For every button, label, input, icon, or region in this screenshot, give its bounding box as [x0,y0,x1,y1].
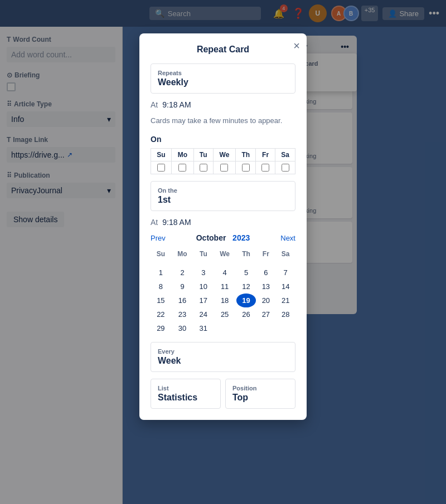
calendar-day [236,321,256,335]
calendar-day[interactable]: 24 [193,307,213,321]
calendar-day[interactable]: 28 [275,307,295,321]
checkbox-fr[interactable] [261,164,269,172]
calendar-day [275,321,295,335]
modal-close-button[interactable]: × [293,40,300,51]
calendar-day[interactable]: 17 [193,293,213,307]
cal-mo: Mo [171,248,194,260]
list-value: Statistics [158,393,214,403]
on-label: On [151,135,295,144]
checkbox-we[interactable] [220,164,228,172]
calendar-day[interactable]: 25 [213,307,236,321]
calendar-day[interactable]: 4 [213,266,236,280]
at-label: At [151,100,158,109]
calendar-day[interactable]: 15 [151,293,171,307]
cal-sa: Sa [275,248,295,260]
at-time-row-2: At 9:18 AM [151,218,295,227]
calendar-month-year: October 2023 [196,233,250,242]
calendar-day[interactable]: 16 [171,293,194,307]
calendar-day[interactable]: 10 [193,280,213,293]
calendar-year: 2023 [232,233,250,242]
checkbox-th[interactable] [242,164,250,172]
calendar-day [275,260,295,266]
list-label: List [158,385,214,392]
at-time[interactable]: 9:18 AM [162,100,191,109]
cal-th: Th [236,248,256,260]
calendar-day [213,321,236,335]
calendar-day[interactable]: 6 [256,266,275,280]
calendar-day[interactable]: 12 [236,280,256,293]
cal-we: We [213,248,236,260]
dow-mo: Mo [171,149,193,162]
position-section[interactable]: Position Top [225,379,295,409]
calendar-day[interactable]: 18 [213,293,236,307]
calendar-day[interactable]: 26 [236,307,256,321]
calendar-table: Su Mo Tu We Th Fr Sa 1234567891011121314… [151,248,295,335]
on-the-value: 1st [158,195,288,205]
calendar-day[interactable]: 8 [151,280,171,293]
modal-note: Cards may take a few minutes to appear. [151,116,295,126]
calendar-day[interactable]: 1 [151,266,171,280]
calendar-day[interactable]: 7 [275,266,295,280]
repeats-value: Weekly [158,77,288,87]
calendar-nav: Prev October 2023 Next [151,233,295,242]
calendar-day[interactable]: 22 [151,307,171,321]
dow-th: Th [236,149,256,162]
calendar-day [236,260,256,266]
dow-su: Su [151,149,172,162]
at-time-row: At 9:18 AM [151,100,295,109]
calendar-month: October [196,233,226,242]
calendar-day[interactable]: 21 [275,293,295,307]
repeats-label: Repeats [158,70,288,76]
calendar-day[interactable]: 29 [151,321,171,335]
calendar-day[interactable]: 27 [256,307,275,321]
checkbox-mo[interactable] [178,164,186,172]
calendar-day[interactable]: 23 [171,307,194,321]
cal-fr: Fr [256,248,275,260]
position-value: Top [232,393,288,403]
calendar-day[interactable]: 19 [236,293,256,307]
modal-title: Repeat Card [151,45,295,55]
bottom-sections: List Statistics Position Top [151,379,295,409]
calendar-day [193,260,213,266]
calendar-day [256,321,275,335]
position-label: Position [232,385,288,392]
calendar-day [151,260,171,266]
calendar-day[interactable]: 13 [256,280,275,293]
calendar-day[interactable]: 14 [275,280,295,293]
day-of-week-table: Su Mo Tu We Th Fr Sa [151,148,295,174]
dow-tu: Tu [193,149,213,162]
calendar-day[interactable]: 3 [193,266,213,280]
cal-tu: Tu [193,248,213,260]
modal-overlay: Repeat Card × Repeats Weekly At 9:18 AM … [0,0,446,504]
calendar-day[interactable]: 30 [171,321,194,335]
every-section[interactable]: Every Week [151,342,295,372]
checkbox-sa[interactable] [282,164,289,172]
calendar-day[interactable]: 9 [171,280,194,293]
calendar-day [171,260,194,266]
at2-label: At [151,218,158,227]
every-value: Week [158,356,288,366]
calendar-day [256,260,275,266]
at2-time[interactable]: 9:18 AM [162,218,191,227]
dow-fr: Fr [256,149,275,162]
repeat-card-modal: Repeat Card × Repeats Weekly At 9:18 AM … [139,33,307,420]
every-label: Every [158,348,288,355]
next-month-button[interactable]: Next [280,234,295,242]
dow-we: We [213,149,236,162]
calendar-day[interactable]: 5 [236,266,256,280]
calendar-day [213,260,236,266]
calendar-day[interactable]: 20 [256,293,275,307]
checkbox-su[interactable] [157,164,165,172]
dow-sa: Sa [275,149,295,162]
checkbox-tu[interactable] [200,164,207,172]
repeats-section[interactable]: Repeats Weekly [151,63,295,94]
cal-su: Su [151,248,171,260]
list-section[interactable]: List Statistics [151,379,221,409]
on-the-label: On the [158,187,288,194]
calendar-day[interactable]: 11 [213,280,236,293]
on-the-section[interactable]: On the 1st [151,181,295,211]
calendar-day[interactable]: 31 [193,321,213,335]
prev-month-button[interactable]: Prev [151,234,166,242]
calendar-day[interactable]: 2 [171,266,194,280]
